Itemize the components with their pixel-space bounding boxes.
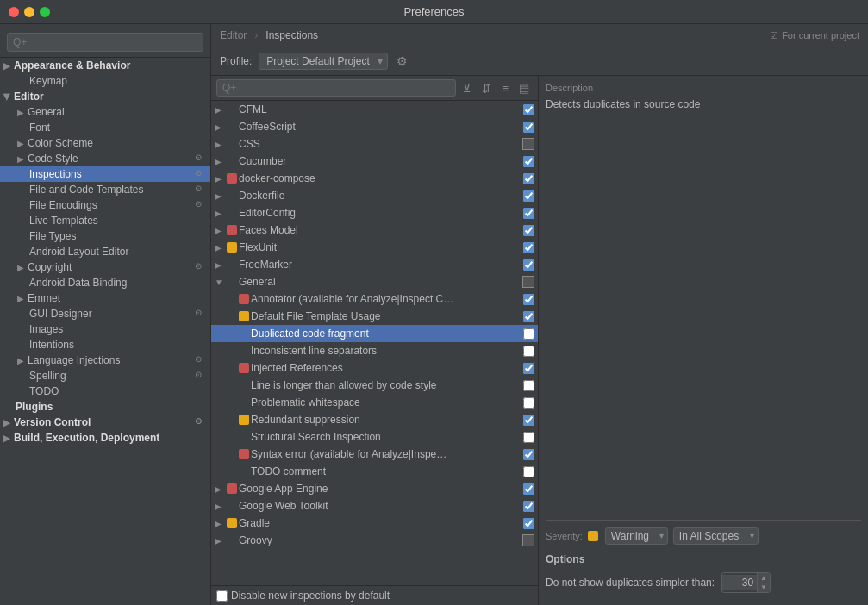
inspection-checkbox[interactable] — [523, 173, 534, 184]
inspection-checkbox[interactable] — [523, 259, 534, 271]
duplicate-value-input[interactable] — [722, 575, 757, 590]
inspection-checkbox[interactable] — [523, 346, 534, 357]
expand-icon-button[interactable]: ⇵ — [478, 80, 495, 97]
sidebar-item-build-exec[interactable]: ▶Build, Execution, Deployment — [0, 430, 210, 446]
severity-select[interactable]: Warning Error Info — [605, 527, 668, 545]
inspection-row-injected-refs[interactable]: Injected References — [211, 359, 538, 377]
badge-icon: ⊙ — [195, 184, 207, 196]
minimize-button[interactable] — [24, 7, 34, 17]
spin-down-button[interactable]: ▼ — [758, 583, 770, 592]
sidebar-item-version-control[interactable]: ▶Version Control⊙ — [0, 415, 210, 430]
warning-dot — [588, 531, 598, 541]
inspection-row-line-longer[interactable]: Line is longer than allowed by code styl… — [211, 377, 538, 394]
collapse-icon-button[interactable]: ≡ — [498, 80, 512, 97]
inspection-row-syntax-error[interactable]: Syntax error (available for Analyze|Insp… — [211, 446, 538, 463]
inspection-checkbox[interactable] — [523, 449, 534, 460]
inspection-row-dockerfile[interactable]: ▶Dockerfile — [211, 187, 538, 204]
inspection-row-cfml[interactable]: ▶CFML — [211, 101, 538, 118]
inspection-checkbox[interactable] — [523, 104, 534, 115]
inspection-checkbox[interactable] — [523, 311, 534, 322]
sidebar-item-spelling[interactable]: Spelling⊙ — [0, 368, 210, 384]
close-button[interactable] — [9, 7, 19, 17]
inspection-row-redundant-sup[interactable]: Redundant suppression — [211, 411, 538, 428]
indeterminate-cb — [522, 138, 534, 150]
inspection-checkbox[interactable] — [523, 294, 534, 305]
inspection-row-problematic-ws[interactable]: Problematic whitespace — [211, 394, 538, 411]
inspection-row-structural-search[interactable]: Structural Search Inspection — [211, 428, 538, 446]
inspection-row-freemarker[interactable]: ▶FreeMarker — [211, 256, 538, 273]
inspection-checkbox[interactable] — [523, 225, 534, 236]
sidebar-item-color-scheme[interactable]: ▶Color Scheme — [0, 135, 210, 151]
inspection-row-duplicated-code[interactable]: Duplicated code fragment — [211, 325, 538, 342]
filter-icon-button[interactable]: ⊻ — [459, 80, 475, 97]
sidebar-item-appearance[interactable]: ▶Appearance & Behavior — [0, 58, 210, 73]
sidebar-item-emmet[interactable]: ▶Emmet — [0, 290, 210, 306]
sidebar-item-images[interactable]: Images — [0, 321, 210, 337]
inspection-checkbox[interactable] — [523, 190, 534, 202]
inspection-row-google-app[interactable]: ▶Google App Engine — [211, 480, 538, 497]
sidebar-item-font[interactable]: Font — [0, 120, 210, 135]
inspection-checkbox[interactable] — [523, 483, 534, 495]
sidebar-item-language-injections[interactable]: ▶Language Injections⊙ — [0, 352, 210, 368]
inspection-row-cucumber[interactable]: ▶Cucumber — [211, 153, 538, 170]
sidebar-item-keymap[interactable]: Keymap — [0, 73, 210, 89]
sidebar-item-file-encodings[interactable]: File Encodings⊙ — [0, 197, 210, 213]
inspection-checkbox[interactable] — [523, 466, 534, 477]
inspection-row-css[interactable]: ▶CSS — [211, 135, 538, 153]
inspection-row-docker-compose[interactable]: ▶docker-compose — [211, 170, 538, 187]
inspection-row-default-file[interactable]: Default File Template Usage — [211, 308, 538, 325]
sidebar-item-todo[interactable]: TODO — [0, 384, 210, 399]
sidebar-item-android-data[interactable]: Android Data Binding — [0, 275, 210, 290]
sidebar-item-live-templates[interactable]: Live Templates — [0, 213, 210, 228]
sidebar-item-android-layout[interactable]: Android Layout Editor — [0, 244, 210, 259]
spin-up-button[interactable]: ▲ — [758, 573, 770, 583]
menu-icon-button[interactable]: ▤ — [515, 80, 533, 97]
sidebar-item-editor[interactable]: ▶Editor — [0, 89, 210, 104]
sidebar-search-input[interactable] — [7, 33, 203, 52]
inspection-row-faces-model[interactable]: ▶Faces Model — [211, 221, 538, 239]
inspection-row-google-web[interactable]: ▶Google Web Toolkit — [211, 497, 538, 515]
scope-select[interactable]: In All Scopes — [673, 527, 759, 545]
inspection-checkbox[interactable] — [523, 156, 534, 167]
sidebar-item-plugins[interactable]: Plugins — [0, 399, 210, 415]
inspection-row-gradle[interactable]: ▶Gradle — [211, 515, 538, 532]
inspection-row-inconsistent-line[interactable]: Inconsistent line separators — [211, 342, 538, 359]
inspection-row-groovy[interactable]: ▶Groovy — [211, 532, 538, 549]
sidebar-item-gui-designer[interactable]: GUI Designer⊙ — [0, 306, 210, 321]
inspection-row-general[interactable]: ▼General — [211, 273, 538, 290]
inspection-checkbox[interactable] — [523, 363, 534, 374]
triangle-icon: ▶ — [17, 108, 24, 117]
inspection-checkbox[interactable] — [523, 501, 534, 512]
severity-dot — [227, 518, 237, 528]
inspection-search-input[interactable] — [216, 79, 456, 97]
window-controls[interactable] — [9, 7, 50, 17]
disable-checkbox[interactable] — [216, 590, 228, 602]
inspection-row-flexunit[interactable]: ▶FlexUnit — [211, 239, 538, 256]
sidebar-item-intentions[interactable]: Intentions — [0, 337, 210, 352]
maximize-button[interactable] — [40, 7, 50, 17]
sidebar-item-file-types[interactable]: File Types — [0, 228, 210, 244]
inspection-checkbox[interactable] — [523, 122, 534, 133]
inspection-row-annotator[interactable]: Annotator (available for Analyze|Inspect… — [211, 290, 538, 308]
profile-select[interactable]: Project Default Project — [259, 53, 388, 70]
inspection-checkbox[interactable] — [523, 242, 534, 253]
inspection-checkbox[interactable] — [523, 432, 534, 443]
gear-button[interactable]: ⚙ — [395, 53, 409, 70]
inspection-checkbox[interactable] — [523, 518, 534, 529]
inspection-checkbox[interactable] — [523, 380, 534, 391]
options-heading: Options — [546, 553, 861, 565]
inspection-checkbox[interactable] — [523, 208, 534, 219]
sidebar-item-file-code-templates[interactable]: File and Code Templates⊙ — [0, 182, 210, 197]
inspection-checkbox[interactable] — [523, 415, 534, 426]
inspection-checkbox[interactable] — [523, 328, 534, 340]
sidebar-item-copyright[interactable]: ▶Copyright⊙ — [0, 259, 210, 275]
option-duplicate-row: Do not show duplicates simpler than: ▲ ▼ — [546, 572, 861, 593]
inspection-row-todo-comment[interactable]: TODO comment — [211, 463, 538, 480]
sidebar-item-general[interactable]: ▶General — [0, 104, 210, 120]
inspection-row-editorconfig[interactable]: ▶EditorConfig — [211, 204, 538, 221]
inspection-name: Line is longer than allowed by code styl… — [251, 379, 521, 391]
inspection-row-coffeescript[interactable]: ▶CoffeeScript — [211, 118, 538, 135]
sidebar-item-inspections[interactable]: Inspections⊙ — [0, 166, 210, 182]
inspection-checkbox[interactable] — [523, 397, 534, 409]
sidebar-item-code-style[interactable]: ▶Code Style⊙ — [0, 151, 210, 166]
